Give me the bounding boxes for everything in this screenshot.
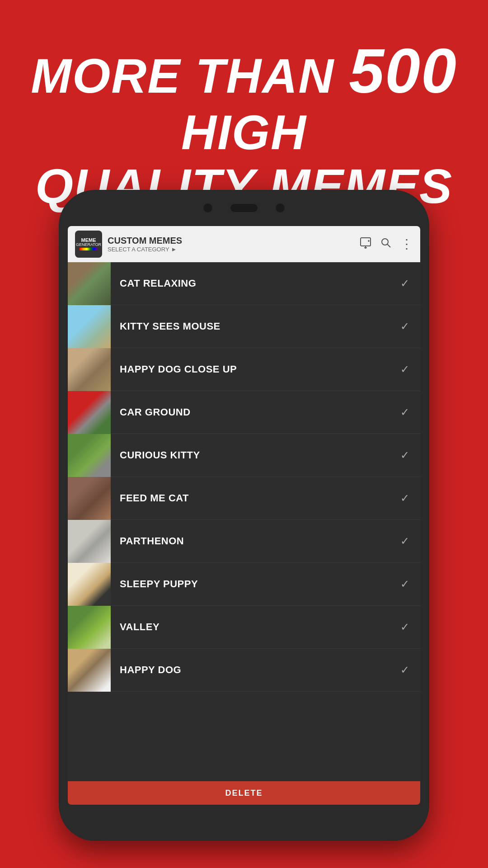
meme-thumbnail: [68, 477, 111, 520]
check-icon: ✓: [400, 363, 409, 376]
phone-body: MEME GENERATOR CUSTOM MEMES SELECT A CAT…: [59, 190, 429, 841]
app-logo: MEME GENERATOR: [75, 231, 102, 258]
meme-thumbnail: [68, 262, 111, 305]
meme-thumbnail: [68, 434, 111, 477]
phone-camera: [230, 204, 258, 212]
meme-label: PARTHENON: [111, 535, 400, 547]
list-item[interactable]: HAPPY DOG ✓: [68, 649, 420, 692]
toolbar-icons: ⋮: [360, 237, 413, 251]
check-icon: ✓: [400, 449, 409, 462]
delete-bar[interactable]: DELETE: [68, 781, 420, 805]
svg-line-6: [387, 244, 390, 247]
search-button[interactable]: [380, 237, 391, 251]
list-item[interactable]: VALLEY ✓: [68, 606, 420, 649]
meme-label: FEED ME CAT: [111, 492, 400, 504]
check-icon: ✓: [400, 578, 409, 590]
meme-thumbnail: [68, 606, 111, 649]
check-icon: ✓: [400, 535, 409, 547]
list-item[interactable]: KITTY SEES MOUSE ✓: [68, 305, 420, 348]
app-subtitle: SELECT A CATEGORY ►: [108, 246, 354, 253]
check-icon: ✓: [400, 406, 409, 419]
meme-label: VALLEY: [111, 621, 400, 633]
phone-mockup: MEME GENERATOR CUSTOM MEMES SELECT A CAT…: [59, 190, 429, 841]
app-toolbar: MEME GENERATOR CUSTOM MEMES SELECT A CAT…: [68, 226, 420, 262]
logo-rainbow-bar: [80, 248, 98, 250]
meme-thumbnail: [68, 348, 111, 391]
list-item[interactable]: FEED ME CAT ✓: [68, 477, 420, 520]
meme-label: CAT RELAXING: [111, 278, 400, 289]
phone-screen: MEME GENERATOR CUSTOM MEMES SELECT A CAT…: [68, 226, 420, 805]
meme-thumbnail: [68, 305, 111, 348]
phone-speaker: [203, 203, 212, 212]
more-options-button[interactable]: ⋮: [400, 238, 413, 250]
check-icon: ✓: [400, 621, 409, 633]
check-icon: ✓: [400, 320, 409, 333]
meme-label: SLEEPY PUPPY: [111, 578, 400, 590]
check-icon: ✓: [400, 277, 409, 290]
list-item[interactable]: CAR GROUND ✓: [68, 391, 420, 434]
meme-thumbnail: [68, 520, 111, 563]
subtitle-arrow: ►: [171, 246, 177, 253]
meme-thumbnail: [68, 649, 111, 692]
check-icon: ✓: [400, 664, 409, 676]
meme-label: HAPPY DOG CLOSE UP: [111, 363, 400, 375]
list-item[interactable]: CURIOUS KITTY ✓: [68, 434, 420, 477]
logo-bottom-text: GENERATOR: [76, 243, 101, 247]
meme-thumbnail: [68, 391, 111, 434]
meme-thumbnail: [68, 563, 111, 606]
add-image-button[interactable]: [360, 237, 371, 251]
list-item[interactable]: CAT RELAXING ✓: [68, 262, 420, 305]
app-title: CUSTOM MEMES: [108, 236, 354, 246]
meme-label: CAR GROUND: [111, 406, 400, 418]
list-item[interactable]: PARTHENON ✓: [68, 520, 420, 563]
phone-sensor: [276, 203, 285, 212]
subtitle-text: SELECT A CATEGORY: [108, 246, 169, 253]
list-item[interactable]: HAPPY DOG CLOSE UP ✓: [68, 348, 420, 391]
delete-label: DELETE: [225, 788, 263, 798]
list-item[interactable]: SLEEPY PUPPY ✓: [68, 563, 420, 606]
meme-list: CAT RELAXING ✓ KITTY SEES MOUSE ✓ HAPPY …: [68, 262, 420, 781]
meme-label: CURIOUS KITTY: [111, 449, 400, 461]
app-title-group: CUSTOM MEMES SELECT A CATEGORY ►: [108, 236, 354, 253]
meme-label: KITTY SEES MOUSE: [111, 321, 400, 332]
phone-top-bar: [59, 203, 429, 212]
check-icon: ✓: [400, 492, 409, 505]
svg-point-5: [382, 239, 388, 245]
meme-label: HAPPY DOG: [111, 664, 400, 676]
